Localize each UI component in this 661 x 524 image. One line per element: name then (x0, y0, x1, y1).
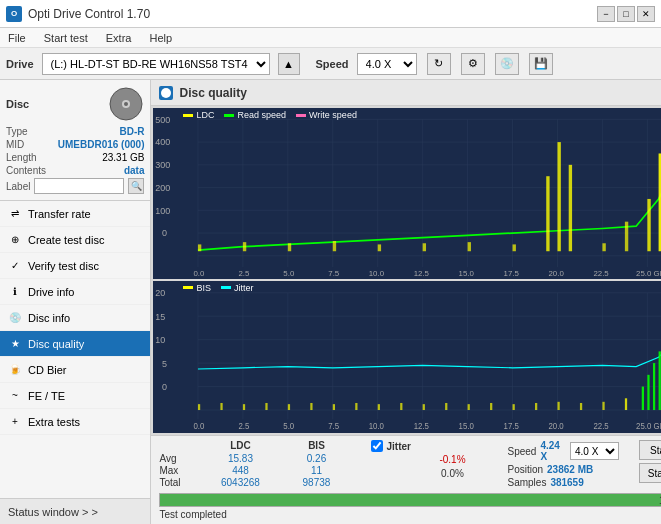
svg-text:12.5: 12.5 (414, 421, 430, 430)
disc-label-label: Label (6, 181, 30, 192)
progress-bar-fill (160, 494, 661, 506)
disc-label-btn[interactable]: 🔍 (128, 178, 144, 194)
svg-text:10: 10 (156, 335, 166, 345)
disc-type-val: BD-R (119, 126, 144, 137)
svg-point-3 (161, 88, 171, 98)
cd-bier-icon: 🍺 (8, 363, 22, 377)
settings-icon[interactable]: ⚙ (461, 53, 485, 75)
svg-rect-97 (423, 404, 425, 410)
svg-rect-26 (288, 243, 291, 251)
speed-row: Speed 4.24 X 4.0 X (507, 440, 618, 462)
jitter-avg-label (371, 454, 411, 465)
speed-select-small[interactable]: 4.0 X (570, 442, 619, 460)
cd-bier-label: CD Bier (28, 364, 67, 376)
svg-text:0.0: 0.0 (194, 269, 206, 278)
disc-title: Disc (6, 98, 29, 110)
drive-info-label: Drive info (28, 286, 74, 298)
stats-panel: LDC BIS Avg 15.83 0.26 Max 448 11 Tota (151, 435, 661, 524)
avg-row: Avg 15.83 0.26 (159, 453, 351, 464)
bottom-legend: BIS Jitter (183, 283, 253, 293)
status-row: Test completed 31:19 (159, 509, 661, 520)
sidebar-item-drive-info[interactable]: ℹ Drive info (0, 279, 150, 305)
disc-length-row: Length 23.31 GB (6, 152, 144, 163)
sidebar-item-cd-bier[interactable]: 🍺 CD Bier (0, 357, 150, 383)
extra-tests-label: Extra tests (28, 416, 80, 428)
jitter-checkbox[interactable] (371, 440, 383, 452)
svg-rect-25 (243, 242, 246, 251)
total-ldc-val: 6043268 (205, 477, 275, 488)
disc-type-label: Type (6, 126, 28, 137)
create-test-disc-label: Create test disc (28, 234, 104, 246)
disc-mid-val: UMEBDR016 (000) (58, 139, 145, 150)
svg-rect-99 (468, 404, 470, 410)
content-title: Disc quality (179, 86, 246, 100)
svg-rect-104 (580, 403, 582, 410)
svg-text:100: 100 (156, 206, 171, 216)
avg-bis-val: 0.26 (281, 453, 351, 464)
drive-select[interactable]: (L:) HL-DT-ST BD-RE WH16NS58 TST4 (42, 53, 270, 75)
top-chart-svg: 500 400 300 200 100 0 18X 16X 14X 12X 10… (153, 108, 661, 279)
status-window[interactable]: Status window > > (0, 498, 150, 524)
samples-val: 381659 (550, 477, 583, 488)
avg-ldc-val: 15.83 (205, 453, 275, 464)
save-icon[interactable]: 💾 (529, 53, 553, 75)
eject-icon[interactable]: ▲ (278, 53, 300, 75)
read-speed-label: Read speed (237, 110, 286, 120)
svg-rect-107 (642, 386, 644, 409)
sidebar-item-disc-info[interactable]: 💿 Disc info (0, 305, 150, 331)
disc-label-input[interactable] (34, 178, 124, 194)
svg-text:10.0: 10.0 (369, 421, 385, 430)
legend-jitter: Jitter (221, 283, 254, 293)
disc-quality-icon: ★ (8, 337, 22, 351)
svg-text:500: 500 (156, 115, 171, 125)
disc-quality-header-icon (159, 86, 173, 100)
legend-read-speed: Read speed (224, 110, 286, 120)
svg-rect-96 (401, 403, 403, 410)
close-button[interactable]: ✕ (637, 6, 655, 22)
svg-text:400: 400 (156, 137, 171, 147)
svg-text:25.0 GB: 25.0 GB (637, 421, 661, 430)
menu-file[interactable]: File (4, 31, 30, 45)
legend-ldc: LDC (183, 110, 214, 120)
svg-text:0: 0 (162, 381, 167, 391)
sidebar-item-transfer-rate[interactable]: ⇌ Transfer rate (0, 201, 150, 227)
maximize-button[interactable]: □ (617, 6, 635, 22)
disc-icon[interactable]: 💿 (495, 53, 519, 75)
top-legend: LDC Read speed Write speed (183, 110, 356, 120)
nav-items: ⇌ Transfer rate ⊕ Create test disc ✓ Ver… (0, 201, 150, 498)
svg-text:2.5: 2.5 (239, 421, 250, 430)
svg-rect-105 (603, 401, 605, 409)
sidebar-item-fe-te[interactable]: ~ FE / TE (0, 383, 150, 409)
svg-rect-103 (558, 401, 560, 409)
menu-extra[interactable]: Extra (102, 31, 136, 45)
menubar: File Start test Extra Help (0, 28, 661, 48)
refresh-icon[interactable]: ↻ (427, 53, 451, 75)
sidebar-item-verify-test-disc[interactable]: ✓ Verify test disc (0, 253, 150, 279)
start-part-button[interactable]: Start part (639, 463, 661, 483)
speed-select[interactable]: 4.0 X (357, 53, 417, 75)
start-full-button[interactable]: Start full (639, 440, 661, 460)
jitter-max-label (371, 468, 411, 479)
bis-col-header: BIS (281, 440, 351, 451)
main-layout: Disc Type BD-R MID UMEBDR016 (000) Lengt… (0, 80, 661, 524)
minimize-button[interactable]: − (597, 6, 615, 22)
svg-rect-37 (648, 199, 651, 251)
position-row: Position 23862 MB (507, 464, 618, 475)
stats-row: LDC BIS Avg 15.83 0.26 Max 448 11 Tota (159, 440, 661, 489)
transfer-rate-label: Transfer rate (28, 208, 91, 220)
svg-rect-4 (153, 108, 661, 279)
sidebar-item-extra-tests[interactable]: + Extra tests (0, 409, 150, 435)
sidebar-item-create-test-disc[interactable]: ⊕ Create test disc (0, 227, 150, 253)
svg-text:15.0: 15.0 (459, 269, 475, 278)
bottom-chart-svg: 20 15 10 5 0 10% 8% 6% 4% 2% 0.0 2.5 5.0… (153, 281, 661, 433)
svg-text:25.0 GB: 25.0 GB (637, 269, 661, 278)
app-title: Opti Drive Control 1.70 (28, 7, 150, 21)
svg-rect-92 (311, 403, 313, 410)
blank-label (159, 440, 199, 451)
disc-type-row: Type BD-R (6, 126, 144, 137)
menu-start-test[interactable]: Start test (40, 31, 92, 45)
sidebar-item-disc-quality[interactable]: ★ Disc quality (0, 331, 150, 357)
disc-info-label: Disc info (28, 312, 70, 324)
svg-rect-89 (243, 404, 245, 410)
menu-help[interactable]: Help (145, 31, 176, 45)
